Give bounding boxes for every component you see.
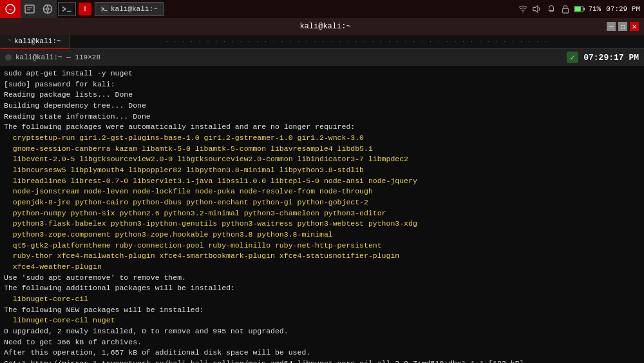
- svg-rect-2: [25, 5, 34, 13]
- terminal-line: openjdk-8-jre python-cairo python-dbus p…: [4, 197, 640, 208]
- taskbar: ~ ! kali@kali:~: [0, 0, 644, 18]
- terminal-content[interactable]: sudo apt-get install -y nuget[sudo] pass…: [0, 66, 644, 363]
- browser-icon[interactable]: [39, 0, 57, 18]
- terminal-active-button[interactable]: kali@kali:~: [95, 2, 164, 16]
- terminal-line: The following packages were automaticall…: [4, 122, 640, 133]
- terminal-line: qt5-gtk2-platformtheme ruby-connection-p…: [4, 240, 640, 251]
- terminal-line: libreadline6 librest-0.7-0 libservlet3.1…: [4, 176, 640, 187]
- terminal-line: Reading state information... Done: [4, 112, 640, 123]
- terminal-line: libnuget-core-cil: [4, 294, 640, 305]
- tab-prompt-icon: ~: [8, 37, 12, 44]
- terminal-taskbar-icon[interactable]: [58, 2, 76, 16]
- terminal-line: xfce4-weather-plugin: [4, 262, 640, 273]
- minimize-button[interactable]: ─: [607, 22, 616, 31]
- terminal-line: libncursesw5 libplymouth4 libpoppler82 l…: [4, 165, 640, 176]
- terminal-line: The following NEW packages will be insta…: [4, 305, 640, 316]
- terminal-line: libevent-2.0-5 libgtksourceview2.0-0 lib…: [4, 154, 640, 165]
- terminal-line: gnome-session-canberra kazam libamtk-5-0…: [4, 144, 640, 155]
- terminal-line: Use 'sudo apt autoremove' to remove them…: [4, 273, 640, 284]
- terminal-line: ruby-thor xfce4-mailwatch-plugin xfce4-s…: [4, 251, 640, 262]
- files-icon[interactable]: [21, 0, 39, 18]
- terminal-line: node-jsonstream node-leven node-lockfile…: [4, 186, 640, 197]
- svg-rect-19: [584, 8, 585, 11]
- terminal-line: Get:1 http://mirror-1.truenetwork.ru/kal…: [4, 358, 640, 363]
- terminal-line: python3-flask-babelex python3-ipython-ge…: [4, 219, 640, 230]
- svg-point-11: [523, 12, 524, 13]
- window-title: kali@kali:~: [44, 22, 607, 31]
- terminal-line: python-numpy python-six python2.6 python…: [4, 208, 640, 219]
- battery-percentage: 71%: [588, 5, 601, 13]
- svg-rect-16: [563, 8, 569, 13]
- tab-bar: ~ kali@kali:~ · · · · · · · · · · · · · …: [0, 35, 644, 49]
- svg-marker-12: [533, 6, 538, 13]
- svg-rect-18: [575, 6, 581, 11]
- terminal-subtitle: kali@kali:~ — 119×28: [15, 54, 100, 61]
- terminal-line: [sudo] password for kali:: [4, 79, 640, 90]
- window-titlebar: kali@kali:~ ─ □ ✕: [0, 18, 644, 35]
- terminal-header-left: kali@kali:~ — 119×28: [5, 54, 100, 61]
- network-icon[interactable]: [517, 3, 529, 15]
- maximize-button[interactable]: □: [618, 22, 627, 31]
- app-launcher-icon[interactable]: ~: [0, 0, 21, 18]
- svg-text:~: ~: [8, 7, 12, 14]
- terminal-output: sudo apt-get install -y nuget[sudo] pass…: [4, 68, 640, 363]
- terminal-header-right: ✓ 07:29:17 PM: [567, 52, 639, 63]
- close-button[interactable]: ✕: [630, 22, 639, 31]
- terminal-line: Reading package lists... Done: [4, 90, 640, 101]
- taskbar-right: 71% 07:29 PM: [517, 3, 644, 15]
- terminal-header: kali@kali:~ — 119×28 ✓ 07:29:17 PM: [0, 49, 644, 66]
- tab-label: kali@kali:~: [14, 37, 61, 45]
- speaker-icon[interactable]: [531, 3, 543, 15]
- terminal-line: After this operation, 1,657 kB of additi…: [4, 348, 640, 358]
- active-tab[interactable]: ~ kali@kali:~: [0, 35, 70, 49]
- dots-separator: · · · · · · · · · · · · · · · · · · · · …: [70, 39, 644, 45]
- svg-rect-7: [61, 3, 73, 15]
- terminal-line: python3-zope.component python3-zope.hook…: [4, 230, 640, 240]
- terminal-line: 0 upgraded, 2 newly installed, 0 to remo…: [4, 326, 640, 337]
- terminal-line: Need to get 366 kB of archives.: [4, 337, 640, 348]
- terminal-window: kali@kali:~ ─ □ ✕ ~ kali@kali:~ · · · · …: [0, 18, 644, 363]
- battery-icon[interactable]: [574, 3, 585, 15]
- terminal-line: libnuget-core-cil nuget: [4, 315, 640, 326]
- lock-icon[interactable]: [560, 3, 571, 15]
- terminal-dot: [5, 54, 12, 61]
- terminal-button-label: kali@kali:~: [111, 5, 158, 13]
- taskbar-left: ~ ! kali@kali:~: [0, 0, 166, 18]
- notification-icon[interactable]: [545, 3, 557, 15]
- red-indicator[interactable]: !: [79, 3, 91, 15]
- terminal-line: The following additional packages will b…: [4, 283, 640, 294]
- check-icon: ✓: [567, 52, 578, 63]
- terminal-clock: 07:29:17 PM: [583, 53, 639, 63]
- system-clock: 07:29 PM: [606, 5, 640, 13]
- terminal-line: Building dependency tree... Done: [4, 101, 640, 112]
- terminal-line: cryptsetup-run gir1.2-gst-plugins-base-1…: [4, 133, 640, 144]
- window-controls: ─ □ ✕: [607, 22, 639, 31]
- terminal-line: sudo apt-get install -y nuget: [4, 68, 640, 79]
